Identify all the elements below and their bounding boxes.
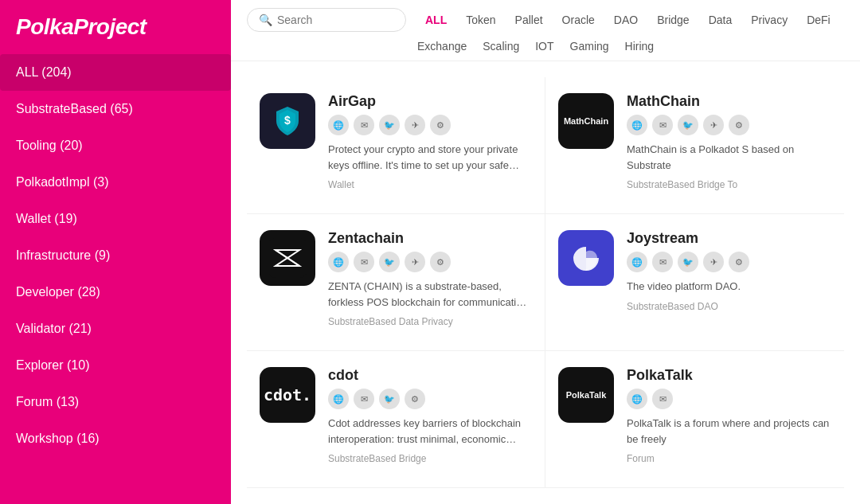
telegram-icon[interactable]: ✈ <box>703 115 724 135</box>
sidebar: PolkaProject ALL (204)SubstrateBased (65… <box>0 0 231 504</box>
mail-icon[interactable]: ✉ <box>652 252 673 272</box>
project-name-joystream[interactable]: Joystream <box>627 230 831 247</box>
main-area: 🔍 ALLTokenPalletOracleDAOBridgeDataPriva… <box>231 0 860 504</box>
search-icon: 🔍 <box>259 14 272 26</box>
nav-tag-iot[interactable]: IOT <box>535 40 553 53</box>
project-desc-mathchain: MathChain is a Polkadot S based on Subst… <box>627 142 831 173</box>
globe-icon[interactable]: 🌐 <box>328 389 349 409</box>
project-card-cdot: cdot.cdot🌐✉🐦⚙Cdot addresses key barriers… <box>247 351 545 488</box>
project-desc-joystream: The video platform DAO. <box>627 279 831 295</box>
project-desc-zentachain: ZENTA (CHAIN) is a substrate-based, fork… <box>328 279 532 310</box>
project-icons-airgap: 🌐✉🐦✈⚙ <box>328 115 532 135</box>
github-icon[interactable]: ⚙ <box>729 252 749 272</box>
mail-icon[interactable]: ✉ <box>354 252 374 272</box>
project-logo-mathchain[interactable]: MathChain <box>558 93 614 149</box>
twitter-icon[interactable]: 🐦 <box>379 252 400 272</box>
project-card-zentachain: Zentachain🌐✉🐦✈⚙ZENTA (CHAIN) is a substr… <box>247 214 545 351</box>
project-tags-cdot: SubstrateBased Bridge <box>328 453 532 464</box>
project-icons-mathchain: 🌐✉🐦✈⚙ <box>627 115 831 135</box>
project-tags-joystream: SubstrateBased DAO <box>627 301 831 312</box>
sidebar-item-explorer[interactable]: Explorer (10) <box>0 347 231 384</box>
telegram-icon[interactable]: ✈ <box>405 252 425 272</box>
mail-icon[interactable]: ✉ <box>354 389 374 409</box>
nav-tag-gaming[interactable]: Gaming <box>570 40 609 53</box>
sidebar-item-workshop[interactable]: Workshop (16) <box>0 420 231 457</box>
github-icon[interactable]: ⚙ <box>430 252 451 272</box>
nav-tag-token[interactable]: Token <box>463 12 498 28</box>
twitter-icon[interactable]: 🐦 <box>379 115 400 135</box>
project-card-polkatalk: PolkaTalkPolkaTalk🌐✉PolkaTalk is a forum… <box>545 351 844 488</box>
nav-tag-scaling[interactable]: Scaling <box>483 40 519 53</box>
nav-tag-data[interactable]: Data <box>706 12 736 28</box>
project-icons-zentachain: 🌐✉🐦✈⚙ <box>328 252 532 272</box>
sidebar-item-polkadotimpl[interactable]: PolkadotImpl (3) <box>0 164 231 201</box>
project-tags-mathchain: SubstrateBased Bridge To <box>627 179 831 190</box>
sidebar-item-infrastructure[interactable]: Infrastructure (9) <box>0 237 231 274</box>
nav-tag-defi[interactable]: DeFi <box>803 12 834 28</box>
project-card-mathchain: MathChainMathChain🌐✉🐦✈⚙MathChain is a Po… <box>545 77 844 214</box>
nav-tag-pallet[interactable]: Pallet <box>512 12 546 28</box>
search-box[interactable]: 🔍 <box>247 8 406 32</box>
github-icon[interactable]: ⚙ <box>729 115 749 135</box>
globe-icon[interactable]: 🌐 <box>627 389 647 409</box>
project-info-joystream: Joystream🌐✉🐦✈⚙The video platform DAO.Sub… <box>627 230 831 312</box>
mail-icon[interactable]: ✉ <box>354 115 374 135</box>
sidebar-item-developer[interactable]: Developer (28) <box>0 274 231 311</box>
nav-tag-bridge[interactable]: Bridge <box>654 12 692 28</box>
project-desc-cdot: Cdot addresses key barriers of blockchai… <box>328 416 532 447</box>
nav-tag-hiring[interactable]: Hiring <box>625 40 655 53</box>
globe-icon[interactable]: 🌐 <box>328 115 349 135</box>
nav-tag-oracle[interactable]: Oracle <box>559 12 598 28</box>
github-icon[interactable]: ⚙ <box>430 115 451 135</box>
project-info-zentachain: Zentachain🌐✉🐦✈⚙ZENTA (CHAIN) is a substr… <box>328 230 532 327</box>
telegram-icon[interactable]: ✈ <box>703 252 724 272</box>
project-name-cdot[interactable]: cdot <box>328 367 532 384</box>
project-logo-joystream[interactable] <box>558 230 614 286</box>
github-icon[interactable]: ⚙ <box>405 389 425 409</box>
project-logo-zentachain[interactable] <box>260 230 315 286</box>
project-name-mathchain[interactable]: MathChain <box>627 93 831 110</box>
project-name-zentachain[interactable]: Zentachain <box>328 230 532 247</box>
project-icons-cdot: 🌐✉🐦⚙ <box>328 389 532 409</box>
sidebar-item-wallet[interactable]: Wallet (19) <box>0 201 231 237</box>
project-logo-airgap[interactable]: $ <box>260 93 315 149</box>
project-logo-cdot[interactable]: cdot. <box>260 367 315 423</box>
project-info-cdot: cdot🌐✉🐦⚙Cdot addresses key barriers of b… <box>328 367 532 464</box>
sidebar-item-all[interactable]: ALL (204) <box>0 54 231 91</box>
project-desc-polkatalk: PolkaTalk is a forum where and projects … <box>627 416 831 447</box>
nav-tag-exchange[interactable]: Exchange <box>417 40 467 53</box>
mail-icon[interactable]: ✉ <box>652 389 673 409</box>
app-logo: PolkaProject <box>0 0 231 54</box>
twitter-icon[interactable]: 🐦 <box>379 389 400 409</box>
twitter-icon[interactable]: 🐦 <box>678 115 698 135</box>
twitter-icon[interactable]: 🐦 <box>678 252 698 272</box>
mail-icon[interactable]: ✉ <box>652 115 673 135</box>
project-desc-airgap: Protect your crypto and store your priva… <box>328 142 532 173</box>
sidebar-item-forum[interactable]: Forum (13) <box>0 384 231 420</box>
nav-tag-dao[interactable]: DAO <box>611 12 641 28</box>
project-name-polkatalk[interactable]: PolkaTalk <box>627 367 831 384</box>
nav-tag-privacy[interactable]: Privacy <box>748 12 791 28</box>
globe-icon[interactable]: 🌐 <box>627 115 647 135</box>
project-tags-zentachain: SubstrateBased Data Privacy <box>328 316 532 327</box>
project-logo-polkatalk[interactable]: PolkaTalk <box>558 367 614 423</box>
project-tags-polkatalk: Forum <box>627 453 831 464</box>
sidebar-item-tooling[interactable]: Tooling (20) <box>0 127 231 164</box>
svg-text:$: $ <box>284 114 291 127</box>
search-input[interactable] <box>277 14 394 26</box>
nav-row1: ALLTokenPalletOracleDAOBridgeDataPrivacy… <box>422 12 834 28</box>
header-row1: 🔍 ALLTokenPalletOracleDAOBridgeDataPriva… <box>247 0 844 37</box>
globe-icon[interactable]: 🌐 <box>328 252 349 272</box>
nav-tag-all[interactable]: ALL <box>422 12 450 28</box>
telegram-icon[interactable]: ✈ <box>405 115 425 135</box>
sidebar-item-substrate[interactable]: SubstrateBased (65) <box>0 91 231 127</box>
project-info-polkatalk: PolkaTalk🌐✉PolkaTalk is a forum where an… <box>627 367 831 464</box>
sidebar-item-validator[interactable]: Validator (21) <box>0 311 231 347</box>
project-card-joystream: Joystream🌐✉🐦✈⚙The video platform DAO.Sub… <box>545 214 844 351</box>
header: 🔍 ALLTokenPalletOracleDAOBridgeDataPriva… <box>231 0 860 61</box>
nav-row2: ExchangeScalingIOTGamingHiring <box>247 37 844 61</box>
project-name-airgap[interactable]: AirGap <box>328 93 532 110</box>
globe-icon[interactable]: 🌐 <box>627 252 647 272</box>
project-info-mathchain: MathChain🌐✉🐦✈⚙MathChain is a Polkadot S … <box>627 93 831 190</box>
project-card-airgap: $ AirGap🌐✉🐦✈⚙Protect your crypto and sto… <box>247 77 545 214</box>
